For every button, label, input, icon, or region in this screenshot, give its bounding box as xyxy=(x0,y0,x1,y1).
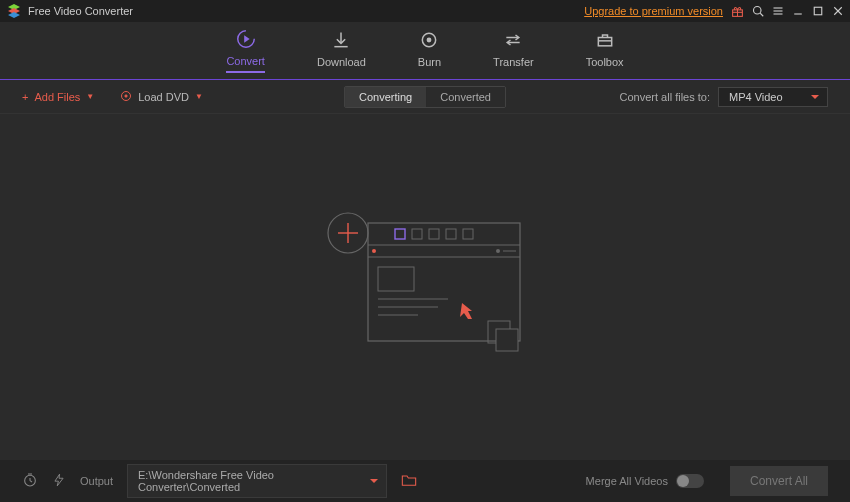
tab-label: Download xyxy=(317,56,366,68)
titlebar: Free Video Converter Upgrade to premium … xyxy=(0,0,850,22)
open-folder-icon[interactable] xyxy=(401,473,417,490)
empty-state-illustration xyxy=(320,211,530,364)
close-icon[interactable] xyxy=(832,5,844,17)
app-title: Free Video Converter xyxy=(28,5,584,17)
svg-line-7 xyxy=(760,13,763,16)
svg-rect-33 xyxy=(412,229,422,239)
lightning-icon[interactable] xyxy=(52,473,66,489)
format-dropdown[interactable]: MP4 Video xyxy=(718,87,828,107)
content-area[interactable] xyxy=(0,114,850,460)
tab-burn[interactable]: Burn xyxy=(418,29,441,72)
svg-rect-34 xyxy=(429,229,439,239)
convert-all-to-label: Convert all files to: xyxy=(620,91,710,103)
gift-icon[interactable] xyxy=(731,5,744,18)
plus-icon: + xyxy=(22,91,28,103)
merge-all-videos: Merge All Videos xyxy=(586,474,704,488)
disc-icon xyxy=(120,90,132,104)
subbar: + Add Files ▼ Load DVD ▼ Converting Conv… xyxy=(0,80,850,114)
svg-rect-32 xyxy=(395,229,405,239)
convert-all-button[interactable]: Convert All xyxy=(730,466,828,496)
merge-toggle[interactable] xyxy=(676,474,704,488)
svg-point-6 xyxy=(754,7,762,15)
burn-icon xyxy=(418,29,440,51)
converting-converted-segment: Converting Converted xyxy=(344,86,506,108)
search-icon[interactable] xyxy=(752,5,764,17)
svg-rect-41 xyxy=(378,267,414,291)
upgrade-link[interactable]: Upgrade to premium version xyxy=(584,5,723,17)
footer: Output E:\Wondershare Free Video Convert… xyxy=(0,460,850,502)
merge-label: Merge All Videos xyxy=(586,475,668,487)
add-files-label: Add Files xyxy=(34,91,80,103)
chevron-down-icon: ▼ xyxy=(86,92,94,101)
maximize-icon[interactable] xyxy=(812,5,824,17)
transfer-icon xyxy=(502,29,524,51)
load-dvd-button[interactable]: Load DVD ▼ xyxy=(120,90,203,104)
svg-rect-47 xyxy=(496,329,518,351)
svg-rect-30 xyxy=(368,223,520,341)
segment-converted[interactable]: Converted xyxy=(426,87,505,107)
svg-point-39 xyxy=(372,249,376,253)
output-path-dropdown[interactable]: E:\Wondershare Free Video Converter\Conv… xyxy=(127,464,387,498)
svg-marker-2 xyxy=(8,12,20,18)
svg-rect-36 xyxy=(463,229,473,239)
toolbox-icon xyxy=(594,29,616,51)
tab-label: Convert xyxy=(226,55,265,67)
convert-icon xyxy=(235,28,257,50)
svg-marker-45 xyxy=(460,303,472,319)
clock-icon[interactable] xyxy=(22,472,38,490)
svg-marker-16 xyxy=(244,35,250,42)
svg-point-37 xyxy=(496,249,500,253)
svg-marker-52 xyxy=(55,474,63,486)
svg-point-26 xyxy=(125,94,127,96)
tab-label: Transfer xyxy=(493,56,534,68)
svg-point-20 xyxy=(428,38,431,41)
minimize-icon[interactable] xyxy=(792,5,804,17)
svg-line-50 xyxy=(30,481,32,482)
menu-icon[interactable] xyxy=(772,5,784,17)
add-files-button[interactable]: + Add Files ▼ xyxy=(22,91,94,103)
title-controls xyxy=(731,5,844,18)
svg-rect-23 xyxy=(598,38,611,46)
svg-rect-35 xyxy=(446,229,456,239)
tab-transfer[interactable]: Transfer xyxy=(493,29,534,72)
tab-label: Toolbox xyxy=(586,56,624,68)
tab-label: Burn xyxy=(418,56,441,68)
output-label: Output xyxy=(80,475,113,487)
segment-converting[interactable]: Converting xyxy=(345,87,426,107)
tab-convert[interactable]: Convert xyxy=(226,28,265,73)
main-tabs: Convert Download Burn Transfer Toolbox xyxy=(0,22,850,80)
download-icon xyxy=(330,29,352,51)
tab-download[interactable]: Download xyxy=(317,29,366,72)
convert-all-to: Convert all files to: MP4 Video xyxy=(620,87,828,107)
app-logo-icon xyxy=(6,3,22,19)
chevron-down-icon: ▼ xyxy=(195,92,203,101)
load-dvd-label: Load DVD xyxy=(138,91,189,103)
svg-rect-12 xyxy=(814,7,822,15)
tab-toolbox[interactable]: Toolbox xyxy=(586,29,624,72)
